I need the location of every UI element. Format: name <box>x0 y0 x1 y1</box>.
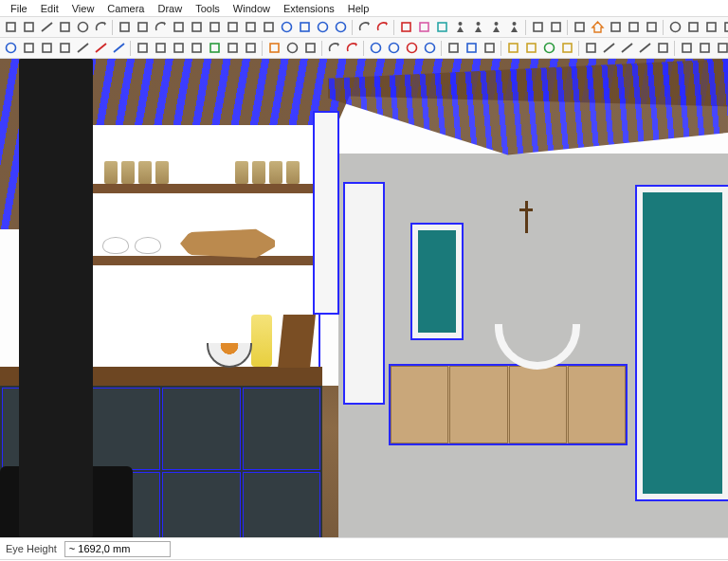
book-icon[interactable] <box>558 40 575 57</box>
line-icon[interactable] <box>38 19 55 36</box>
zoom-icon[interactable] <box>367 40 384 57</box>
walk-icon[interactable] <box>451 19 468 36</box>
svg-rect-57 <box>192 44 201 52</box>
dim-icon[interactable] <box>636 40 653 57</box>
vcb-label: Eye Height <box>6 543 57 554</box>
orbit-blue-icon[interactable] <box>421 40 438 57</box>
redo-icon[interactable] <box>373 19 391 36</box>
menu-draw[interactable]: Draw <box>151 2 189 15</box>
zoom-extents-icon[interactable] <box>332 19 349 36</box>
menu-window[interactable]: Window <box>227 2 277 15</box>
rbz-cyan-icon[interactable] <box>433 19 450 36</box>
offset-icon[interactable] <box>188 19 205 36</box>
menu-edit[interactable]: Edit <box>34 2 65 15</box>
select-icon[interactable] <box>2 19 19 36</box>
page-icon[interactable] <box>571 19 588 36</box>
text-icon[interactable] <box>242 19 259 36</box>
person-icon[interactable] <box>505 19 522 36</box>
ruler-icon[interactable] <box>600 40 617 57</box>
menu-extensions[interactable]: Extensions <box>277 2 341 15</box>
svg-rect-31 <box>689 23 698 31</box>
plugin-e-icon[interactable] <box>224 40 241 57</box>
move-icon[interactable] <box>134 19 151 36</box>
eraser-icon[interactable] <box>56 40 73 57</box>
orbit-icon[interactable] <box>278 19 295 36</box>
palette-icon[interactable] <box>504 40 521 57</box>
plugin-b-icon[interactable] <box>170 40 187 57</box>
page4-icon[interactable] <box>643 19 660 36</box>
wood-stove-flue <box>19 59 93 537</box>
plugin-c-icon[interactable] <box>188 40 205 57</box>
plugin3-icon[interactable] <box>720 19 728 36</box>
plugin1-icon[interactable] <box>684 19 701 36</box>
box-icon[interactable] <box>696 40 713 57</box>
erase-icon[interactable] <box>678 40 695 57</box>
image-icon[interactable] <box>582 40 599 57</box>
jar <box>269 161 282 184</box>
plugin-d-icon[interactable] <box>206 40 223 57</box>
svg-rect-3 <box>61 23 69 31</box>
prev-scene-icon[interactable] <box>529 19 546 36</box>
svg-rect-12 <box>264 23 273 31</box>
undo-icon[interactable] <box>325 40 342 57</box>
pointer-icon[interactable] <box>38 40 55 57</box>
rectangle-icon[interactable] <box>56 19 73 36</box>
position-camera-icon[interactable] <box>487 19 504 36</box>
home-icon[interactable] <box>589 19 606 36</box>
next-scene-icon[interactable] <box>547 19 564 36</box>
model-viewport[interactable] <box>0 59 728 537</box>
layers-stack-icon[interactable] <box>481 40 498 57</box>
scale-icon[interactable] <box>170 19 187 36</box>
crop-icon[interactable] <box>654 40 671 57</box>
orbit-red-icon[interactable] <box>403 40 420 57</box>
rbz-red-icon[interactable] <box>397 19 414 36</box>
jar <box>155 161 169 184</box>
select-face-icon[interactable] <box>134 40 151 57</box>
pushpull-icon[interactable] <box>116 19 133 36</box>
vcb-input[interactable] <box>64 541 171 557</box>
menu-file[interactable]: File <box>4 2 34 15</box>
plugin2-icon[interactable] <box>702 19 719 36</box>
undo-icon[interactable] <box>355 19 373 36</box>
pan-icon[interactable] <box>296 19 313 36</box>
tape-icon[interactable] <box>206 19 223 36</box>
layers-blue-icon[interactable] <box>463 40 480 57</box>
edge-icon[interactable] <box>74 40 91 57</box>
paint-icon[interactable] <box>260 19 277 36</box>
plugin-a-icon[interactable] <box>152 40 169 57</box>
rotate-icon[interactable] <box>152 19 169 36</box>
sphere-icon[interactable] <box>283 40 300 57</box>
svg-rect-58 <box>210 44 219 52</box>
protractor-icon[interactable] <box>224 19 241 36</box>
plugin-f-icon[interactable] <box>242 40 259 57</box>
palette2-icon[interactable] <box>522 40 539 57</box>
arc-icon[interactable] <box>92 19 109 36</box>
axis-icon[interactable] <box>110 40 127 57</box>
light-icon[interactable] <box>301 40 318 57</box>
globe-icon[interactable] <box>666 19 683 36</box>
menu-help[interactable]: Help <box>341 2 376 15</box>
zoom-icon[interactable] <box>314 19 331 36</box>
toolbar-separator <box>578 41 579 56</box>
page3-icon[interactable] <box>625 19 642 36</box>
window <box>412 225 462 338</box>
eraser-icon[interactable] <box>20 19 37 36</box>
line-red-icon[interactable] <box>92 40 109 57</box>
look-icon[interactable] <box>469 19 486 36</box>
page2-icon[interactable] <box>607 19 624 36</box>
zoom-extents-icon[interactable] <box>385 40 402 57</box>
spiral-icon[interactable] <box>540 40 557 57</box>
warn-icon[interactable] <box>265 40 282 57</box>
edge-style-icon[interactable] <box>618 40 635 57</box>
select-icon[interactable] <box>20 40 37 57</box>
menu-camera[interactable]: Camera <box>100 2 151 15</box>
layers-icon[interactable] <box>445 40 462 57</box>
menu-tools[interactable]: Tools <box>189 2 227 15</box>
circle-icon[interactable] <box>74 19 91 36</box>
redo-icon[interactable] <box>343 40 360 57</box>
jar <box>235 161 248 184</box>
curic1-icon[interactable] <box>714 40 728 57</box>
zoom-window-icon[interactable] <box>2 40 19 57</box>
rbz-pink-icon[interactable] <box>415 19 432 36</box>
menu-view[interactable]: View <box>65 2 101 15</box>
